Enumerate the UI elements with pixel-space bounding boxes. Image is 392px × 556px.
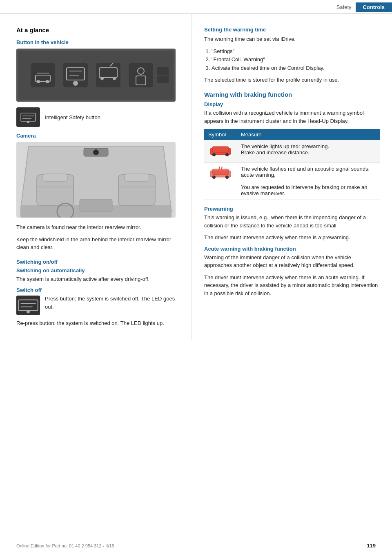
camera-body-1: The camera is found near the interior re… — [16, 223, 179, 231]
isb-row: Intelligent Safety button — [16, 107, 179, 127]
prewarning-title: Prewarning — [204, 206, 380, 212]
switch-off-row: Press button: the system is switched off… — [16, 295, 179, 315]
page-footer: Online Edition for Part no. 01 40 2 954 … — [0, 539, 392, 549]
svg-rect-46 — [212, 147, 229, 152]
warning-time-section: Setting the warning time The warning tim… — [204, 27, 380, 84]
svg-point-52 — [225, 176, 229, 179]
svg-point-14 — [100, 77, 104, 80]
table-row: The vehicle lights up red: prewarning. B… — [204, 140, 380, 162]
table-symbol-1 — [204, 140, 237, 162]
vehicle-button-image — [16, 49, 176, 102]
svg-rect-37 — [125, 174, 149, 181]
step-3: Activate the desired time on the Control… — [212, 64, 380, 73]
svg-point-7 — [37, 80, 40, 83]
at-a-glance-title: At a glance — [16, 27, 179, 33]
page-header: Safety Controls — [0, 0, 392, 14]
step-2-text: "Frontal Coll. Warning" — [212, 56, 265, 62]
svg-point-25 — [27, 121, 29, 123]
display-body: If a collision with a recognized vehicle… — [204, 109, 380, 125]
step-3-text: Activate the desired time on the Control… — [212, 65, 325, 71]
isb-label: Intelligent Safety button — [45, 114, 100, 120]
acute-body-2: The driver must intervene actively when … — [204, 274, 380, 298]
table-header-row: Symbol Measure — [204, 129, 380, 140]
table-measure-1: The vehicle lights up red: prewarning. B… — [237, 140, 380, 162]
re-press-body: Re-press button: the system is switched … — [16, 319, 179, 327]
acute-title: Acute warning with braking function — [204, 246, 380, 252]
table-row: The vehicle flashes red and an acoustic … — [204, 162, 380, 200]
header-safety-label: Safety — [336, 4, 356, 10]
table-header-symbol: Symbol — [204, 129, 237, 140]
acute-body-1: Warning of the imminent danger of a coll… — [204, 254, 380, 269]
setting-warning-intro: The warning time can be set via iDrive. — [204, 35, 380, 43]
button-in-vehicle-label: Button in the vehicle — [16, 39, 179, 45]
setting-warning-title: Setting the warning time — [204, 27, 380, 33]
svg-rect-4 — [129, 63, 153, 87]
warning-braking-title: Warning with braking function — [204, 91, 380, 98]
table-measure-2: The vehicle flashes red and an acoustic … — [237, 162, 380, 200]
svg-rect-50 — [212, 169, 229, 175]
isb-icon — [16, 107, 40, 127]
prewarning-body-1: This warning is issued, e.g., when there… — [204, 214, 380, 229]
footer-page: 119 — [367, 543, 376, 549]
camera-image — [16, 142, 176, 218]
svg-point-48 — [225, 153, 229, 156]
svg-point-15 — [113, 77, 116, 80]
switching-on-auto-body: The system is automatically active after… — [16, 275, 179, 283]
switching-on-auto-title: Switching on automatically — [16, 267, 179, 274]
table-symbol-2 — [204, 162, 237, 200]
table-header-measure: Measure — [237, 129, 380, 140]
svg-rect-38 — [80, 199, 112, 211]
display-title: Display — [204, 101, 380, 107]
step-1-text: "Settings" — [212, 48, 234, 54]
header-controls-label: Controls — [356, 2, 392, 12]
switch-off-icon — [16, 296, 40, 315]
footer-text: Online Edition for Part no. 01 40 2 954 … — [16, 543, 114, 548]
main-content: At a glance Button in the vehicle — [0, 14, 392, 340]
step-1: "Settings" — [212, 47, 380, 56]
left-column: At a glance Button in the vehicle — [0, 14, 192, 340]
svg-point-33 — [96, 152, 97, 153]
camera-label: Camera — [16, 133, 179, 139]
switch-off-body: Press button: the system is switched off… — [45, 295, 179, 311]
setting-warning-footer: The selected time is stored for the prof… — [204, 76, 380, 84]
right-column: Setting the warning time The warning tim… — [192, 14, 392, 340]
svg-point-51 — [212, 176, 216, 179]
camera-body-2: Keep the windshield in the area behind t… — [16, 236, 179, 251]
step-2: "Frontal Coll. Warning" — [212, 56, 380, 64]
switch-off-title: Switch off — [16, 287, 179, 293]
svg-point-8 — [46, 80, 49, 83]
switching-title: Switching on/off — [16, 259, 179, 265]
setting-steps-list: "Settings" "Frontal Coll. Warning" Activ… — [204, 47, 380, 73]
svg-rect-36 — [43, 174, 67, 181]
prewarning-body-2: The driver must intervene actively when … — [204, 234, 380, 242]
svg-point-12 — [73, 81, 78, 86]
svg-point-47 — [212, 153, 216, 156]
switching-section: Switching on/off Switching on automatica… — [16, 259, 179, 327]
svg-point-44 — [27, 310, 30, 314]
symbol-measure-table: Symbol Measure The vehicle — [204, 129, 380, 200]
